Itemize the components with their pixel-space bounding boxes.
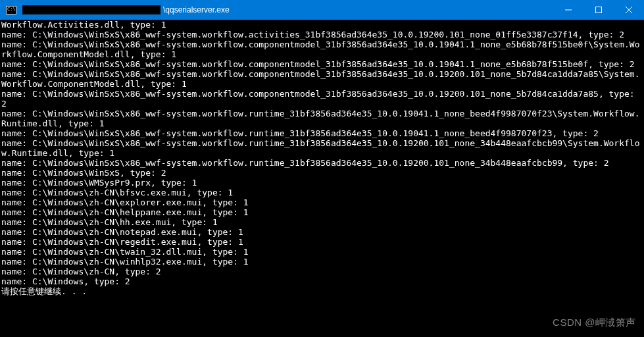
console-output[interactable]: Workflow.Activities.dll, type: 1 name: C… bbox=[0, 20, 644, 337]
minimize-button[interactable] bbox=[553, 0, 583, 20]
window-buttons bbox=[553, 0, 644, 20]
titlebar[interactable]: \qqserialserver.exe bbox=[0, 0, 644, 20]
maximize-button[interactable] bbox=[583, 0, 614, 20]
app-icon-slot bbox=[0, 0, 22, 20]
cmd-icon bbox=[6, 6, 16, 14]
minimize-icon bbox=[565, 7, 572, 13]
close-icon bbox=[626, 7, 632, 13]
close-button[interactable] bbox=[614, 0, 644, 20]
maximize-icon bbox=[595, 7, 602, 13]
window-title: \qqserialserver.exe bbox=[163, 5, 553, 14]
svg-rect-1 bbox=[596, 7, 602, 13]
console-window: \qqserialserver.exe Workflow.Activities.… bbox=[0, 0, 644, 337]
title-redacted-path bbox=[22, 5, 161, 14]
